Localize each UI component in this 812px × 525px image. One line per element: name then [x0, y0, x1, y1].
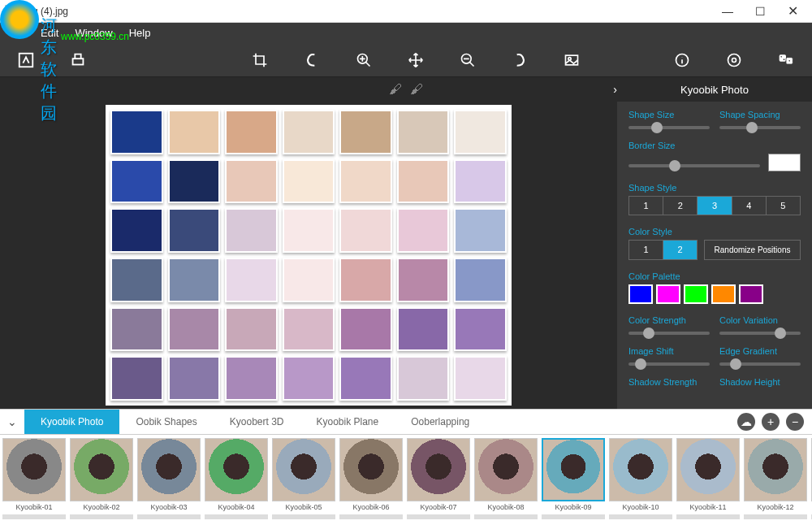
preset-Kyoobik-02[interactable]: Kyoobik-02 [69, 438, 134, 522]
preset-cloud-icon[interactable]: ☁ [737, 413, 755, 431]
color-strength-label: Color Strength [628, 315, 710, 325]
zoom-out-icon[interactable] [458, 50, 477, 70]
shape-style-4[interactable]: 4 [732, 197, 767, 215]
canvas-tile [397, 356, 450, 401]
expand-icon[interactable]: ⌄ [0, 415, 24, 428]
preset-label: Kyoobik-10 [622, 503, 659, 511]
info-icon[interactable] [672, 50, 692, 70]
edge-gradient-slider[interactable] [719, 362, 801, 366]
canvas-tile [397, 258, 450, 302]
border-size-slider[interactable] [628, 164, 760, 167]
preset-progress [205, 514, 268, 519]
canvas-area[interactable] [0, 102, 617, 409]
color-style-2[interactable]: 2 [663, 241, 697, 259]
category-kyoobert-3d[interactable]: Kyoobert 3D [214, 410, 300, 434]
svg-point-14 [788, 60, 790, 62]
print-icon[interactable] [68, 50, 88, 70]
preset-remove-icon[interactable]: − [786, 413, 804, 431]
shape-style-3[interactable]: 3 [698, 197, 732, 215]
shape-style-5[interactable]: 5 [767, 197, 800, 215]
image-shift-slider[interactable] [628, 362, 710, 366]
preset-add-icon[interactable]: + [762, 413, 780, 431]
canvas-tile [225, 159, 278, 204]
canvas-tile [397, 159, 450, 204]
crop-icon[interactable] [250, 50, 270, 70]
maximize-button[interactable]: ☐ [744, 1, 776, 22]
fit-icon[interactable] [562, 50, 581, 70]
preset-thumb [542, 438, 605, 501]
preset-Kyoobik-10[interactable]: Kyoobik-10 [608, 438, 673, 522]
preset-Kyoobik-05[interactable]: Kyoobik-05 [271, 438, 336, 522]
preset-thumb [205, 438, 268, 501]
open-icon[interactable] [16, 50, 36, 70]
category-oobik-shapes[interactable]: Oobik Shapes [119, 410, 213, 434]
menu-help[interactable]: Help [129, 27, 151, 39]
move-icon[interactable] [406, 50, 425, 70]
brush-off-icon[interactable]: 🖌 [410, 82, 423, 97]
minimize-button[interactable]: — [711, 1, 744, 22]
preset-Kyoobik-06[interactable]: Kyoobik-06 [339, 438, 404, 522]
preset-Kyoobik-01[interactable]: Kyoobik-01 [2, 438, 67, 522]
randomize-button[interactable]: Randomize Positions [704, 240, 801, 260]
palette-swatch-3[interactable] [711, 284, 736, 304]
preset-Kyoobik-09[interactable]: Kyoobik-09 [541, 438, 606, 522]
svg-rect-1 [19, 53, 33, 67]
category-ooberlapping[interactable]: Ooberlapping [395, 410, 486, 434]
palette-swatch-4[interactable] [739, 284, 763, 304]
category-kyoobik-plane[interactable]: Kyoobik Plane [300, 410, 395, 434]
color-strength-slider[interactable] [628, 332, 710, 335]
shape-style-2[interactable]: 2 [663, 197, 698, 215]
shape-spacing-slider[interactable] [719, 126, 801, 129]
shape-style-1[interactable]: 1 [629, 197, 663, 215]
canvas-tile [110, 159, 163, 204]
zoom-in-icon[interactable] [354, 50, 374, 70]
preset-progress [272, 514, 335, 519]
preset-progress [609, 514, 672, 519]
canvas-tile [339, 307, 392, 352]
preset-Kyoobik-11[interactable]: Kyoobik-11 [676, 438, 741, 522]
preset-Kyoobik-03[interactable]: Kyoobik-03 [136, 438, 201, 522]
canvas-tile [225, 110, 278, 154]
edge-gradient-label: Edge Gradient [719, 346, 801, 356]
canvas-tile [339, 258, 392, 302]
svg-rect-2 [73, 59, 84, 64]
canvas-tile [110, 258, 163, 302]
main-area: Shape Size Shape Spacing Border Size Sha… [0, 102, 812, 409]
collapse-panel-icon[interactable]: › [613, 83, 617, 96]
rotate-right-icon[interactable] [510, 50, 529, 70]
dice-icon[interactable] [776, 50, 796, 70]
rotate-left-icon[interactable] [302, 50, 322, 70]
preset-progress [542, 514, 605, 519]
border-color-swatch[interactable] [768, 154, 801, 171]
color-style-label: Color Style [628, 227, 801, 236]
preset-Kyoobik-04[interactable]: Kyoobik-04 [204, 438, 269, 522]
canvas-tile [225, 307, 278, 352]
preset-progress [744, 514, 807, 519]
canvas-tile [283, 110, 335, 154]
brush-on-icon[interactable]: 🖌 [389, 82, 402, 97]
canvas-tile [397, 307, 450, 352]
category-kyoobik-photo[interactable]: Kyoobik Photo [24, 410, 119, 434]
canvas-tile [168, 110, 221, 154]
close-button[interactable]: ✕ [776, 1, 809, 22]
canvas-tile [110, 356, 163, 401]
watermark-text: 河东软件园 [41, 15, 57, 124]
palette-swatch-2[interactable] [684, 284, 708, 304]
canvas-tile [283, 208, 335, 253]
canvas-tile [110, 307, 163, 352]
preset-thumb [744, 438, 807, 501]
color-variation-label: Color Variation [719, 315, 801, 325]
preset-thumb [609, 438, 672, 501]
preset-Kyoobik-12[interactable]: Kyoobik-12 [743, 438, 808, 522]
shape-size-slider[interactable] [628, 126, 710, 129]
preset-Kyoobik-08[interactable]: Kyoobik-08 [473, 438, 538, 522]
preset-Kyoobik-07[interactable]: Kyoobik-07 [406, 438, 471, 522]
preset-strip[interactable]: Kyoobik-01Kyoobik-02Kyoobik-03Kyoobik-04… [0, 435, 812, 525]
color-variation-slider[interactable] [719, 332, 801, 335]
palette-swatch-1[interactable] [656, 284, 680, 304]
color-style-1[interactable]: 1 [629, 241, 663, 259]
preset-label: Kyoobik-04 [218, 503, 254, 511]
palette-swatch-0[interactable] [628, 284, 653, 304]
shadow-height-label: Shadow Height [719, 377, 801, 387]
settings-icon[interactable] [724, 50, 744, 70]
